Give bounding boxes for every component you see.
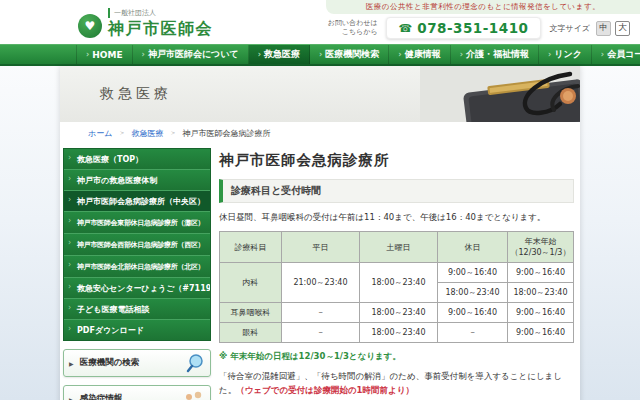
table-header-row: 診療科目 平日 土曜日 休日 年末年始（12/30～1/3） xyxy=(220,232,574,263)
header: 医療の公共性と非営利性の理念のもとに情報発信をしています。 ♥ 一般社団法人 神… xyxy=(0,0,640,44)
section-heading: 診療科目と受付時間 xyxy=(219,179,574,203)
sidebar-item-label: 神戸市の救急医療体制 xyxy=(77,176,157,185)
sidebar-item-label: 救急安心センターひょうご（#7119） xyxy=(77,284,210,293)
doctor-patient-icon xyxy=(183,389,205,400)
time-cell: － xyxy=(438,323,508,343)
sidebar-item-label: PDFダウンロード xyxy=(77,326,144,335)
col-header: 土曜日 xyxy=(360,232,438,263)
sidebar-item-label: 神戸市医師会北部休日急病診療所（北区） xyxy=(77,263,204,271)
time-cell: 9:00～16:40 xyxy=(508,263,574,283)
nav-item-about[interactable]: ›神戸市医師会について xyxy=(133,45,249,64)
chevron-right-icon: › xyxy=(68,324,71,333)
phone-link[interactable]: ☎ 078-351-1410 xyxy=(386,17,542,39)
content-column: 救急医療 ホーム ＞ 救急医療 ＞ 神戸市医師会急病診療所 xyxy=(60,66,580,400)
content-row: ›救急医療（TOP） ›神戸市の救急医療体制 ›神戸市医師会急病診療所（中央区）… xyxy=(60,144,580,400)
search-icon xyxy=(185,353,205,373)
site-name: 神戸市医師会 xyxy=(108,19,213,40)
nav-item-home[interactable]: ›HOME xyxy=(76,45,133,64)
chevron-right-icon: › xyxy=(258,50,261,59)
site-logo[interactable]: ♥ 一般社団法人 神戸市医師会 xyxy=(78,8,213,40)
banner-label: 医療機関の検索 xyxy=(80,357,185,369)
banner-infection-info[interactable]: ▶ 感染症情報 xyxy=(63,385,211,400)
breadcrumb: ホーム ＞ 救急医療 ＞ 神戸市医師会急病診療所 xyxy=(60,122,580,144)
time-cell: 18:00～23:40 xyxy=(360,263,438,303)
chevron-right-icon: › xyxy=(68,238,71,247)
chevron-right-icon: › xyxy=(68,260,71,269)
chevron-right-icon: › xyxy=(601,50,604,59)
phone-number: 078-351-1410 xyxy=(417,20,528,36)
phone-icon: ☎ xyxy=(399,22,413,35)
banner-medical-search[interactable]: ▶ 医療機関の検索 xyxy=(63,349,211,377)
sidebar-item-pdf-download[interactable]: ›PDFダウンロード xyxy=(64,320,210,340)
time-cell: 9:00～16:40 xyxy=(438,263,508,283)
sidebar-item-label: 神戸市医師会急病診療所（中央区） xyxy=(77,197,205,206)
header-contact-area: お問い合わせは こちらから ☎ 078-351-1410 文字サイズ 中 大 xyxy=(328,17,630,39)
nav-label: 介護・福祉情報 xyxy=(466,48,529,61)
time-cell: 9:00～16:40 xyxy=(438,303,508,323)
tagline-strip: 医療の公共性と非営利性の理念のもとに情報発信をしています。 xyxy=(326,0,640,14)
nav-item-links[interactable]: ›リンク xyxy=(539,45,592,64)
dept-cell: 耳鼻咽喉科 xyxy=(220,303,282,323)
sidebar-item-emergency-top[interactable]: ›救急医療（TOP） xyxy=(64,149,210,170)
nav-item-members[interactable]: ›会員コーナー xyxy=(592,45,640,64)
nav-item-health[interactable]: ›健康情報 xyxy=(389,45,450,64)
corporate-type: 一般社団法人 xyxy=(108,8,213,18)
breadcrumb-home[interactable]: ホーム xyxy=(88,128,112,139)
sidebar-item-clinic-north[interactable]: ›神戸市医師会北部休日急病診療所（北区） xyxy=(64,256,210,278)
sidebar-item-clinic-chuo[interactable]: ›神戸市医師会急病診療所（中央区） xyxy=(64,191,210,212)
col-header: 年末年始（12/30～1/3） xyxy=(508,232,574,263)
sidebar-item-clinic-west[interactable]: ›神戸市医師会西部休日急病診療所（西区） xyxy=(64,234,210,256)
nav-item-search[interactable]: ›医療機関検索 xyxy=(310,45,389,64)
breadcrumb-separator: ＞ xyxy=(169,128,176,138)
fontsize-medium-button[interactable]: 中 xyxy=(596,21,611,36)
chevron-right-icon: › xyxy=(86,50,89,59)
triangle-right-icon: ▶ xyxy=(69,396,74,400)
hero-title: 救急医療 xyxy=(100,85,172,103)
site-tagline: 医療の公共性と非営利性の理念のもとに情報発信をしています。 xyxy=(366,2,600,12)
contact-link[interactable]: お問い合わせは こちらから xyxy=(328,19,378,38)
chevron-right-icon: › xyxy=(548,50,551,59)
reception-text-red: （ウェブでの受付は診療開始の1時間前より） xyxy=(236,385,414,395)
time-cell: 18:00～23:40 xyxy=(438,283,508,303)
table-row: 眼科 － 18:00～23:40 － 9:00～16:40 xyxy=(220,323,574,343)
dept-cell: 眼科 xyxy=(220,323,282,343)
reception-paragraph: 「待合室の混雑回避」、「待ち時間の解消」のため、事前受付制を導入することにしまし… xyxy=(219,369,574,398)
sidebar-item-child-phone[interactable]: ›子ども医療電話相談 xyxy=(64,299,210,320)
table-row: 内科 21:00～23:40 18:00～23:40 9:00～16:40 9:… xyxy=(220,263,574,283)
main-content: 神戸市医師会急病診療所 診療科目と受付時間 休日昼間、耳鼻咽喉科の受付は午前は1… xyxy=(219,148,576,400)
time-cell: － xyxy=(282,323,360,343)
col-header: 平日 xyxy=(282,232,360,263)
table-row: 耳鼻咽喉科 － 18:00～23:40 9:00～16:40 9:00～16:4… xyxy=(220,303,574,323)
logo-heart-icon: ♥ xyxy=(78,14,102,38)
nav-label: HOME xyxy=(92,50,122,60)
intro-text: 休日昼間、耳鼻咽喉科の受付は午前は11：40まで、午後は16：40までとなります… xyxy=(219,212,574,224)
nav-item-emergency[interactable]: ›救急医療 xyxy=(249,45,310,64)
global-nav: ›HOME ›神戸市医師会について ›救急医療 ›医療機関検索 ›健康情報 ›介… xyxy=(0,44,640,66)
newyear-note: ※ 年末年始の日程は12/30～1/3となります。 xyxy=(219,351,574,363)
fontsize-large-button[interactable]: 大 xyxy=(615,21,630,36)
triangle-right-icon: ▶ xyxy=(69,360,74,367)
hero-photo-image xyxy=(420,66,580,122)
col-header: 診療科目 xyxy=(220,232,282,263)
breadcrumb-section[interactable]: 救急医療 xyxy=(131,128,163,139)
nav-label: 健康情報 xyxy=(405,48,441,61)
sidebar-item-label: 救急医療（TOP） xyxy=(77,155,143,164)
banner-label: 感染症情報 xyxy=(80,393,183,400)
sidebar-item-safety-center[interactable]: ›救急安心センターひょうご（#7119） xyxy=(64,278,210,299)
chevron-right-icon: › xyxy=(319,50,322,59)
nav-label: 医療機関検索 xyxy=(325,48,379,61)
col-header: 休日 xyxy=(438,232,508,263)
breadcrumb-separator: ＞ xyxy=(118,128,125,138)
sidebar-item-clinic-east[interactable]: ›神戸市医師会東部休日急病診療所（灘区） xyxy=(64,212,210,234)
chevron-right-icon: › xyxy=(68,153,71,162)
dept-cell: 内科 xyxy=(220,263,282,303)
nav-label: リンク xyxy=(554,48,582,61)
chevron-right-icon: › xyxy=(68,216,71,225)
time-cell: 9:00～16:40 xyxy=(508,303,574,323)
sidebar-item-label: 子ども医療電話相談 xyxy=(77,305,149,314)
time-cell: 18:00～23:40 xyxy=(360,303,438,323)
sidebar-item-emergency-system[interactable]: ›神戸市の救急医療体制 xyxy=(64,170,210,191)
page-title: 神戸市医師会急病診療所 xyxy=(219,151,574,170)
nav-item-welfare[interactable]: ›介護・福祉情報 xyxy=(451,45,539,64)
contact-label-line2: こちらから xyxy=(328,28,378,37)
